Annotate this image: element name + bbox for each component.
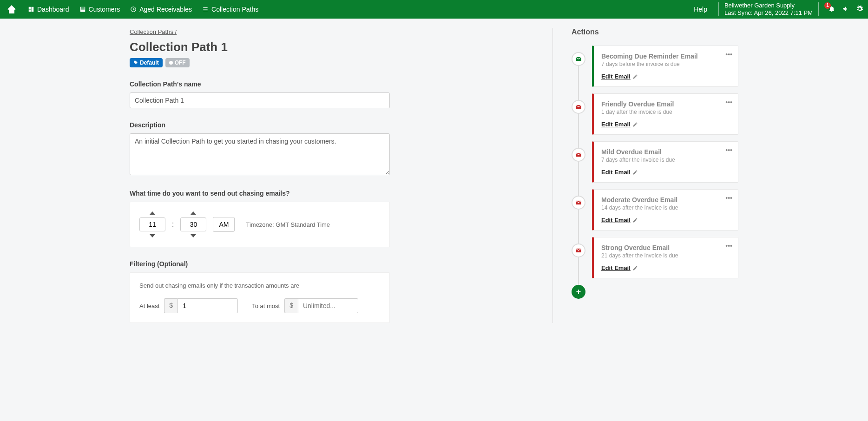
action-card: •••Friendly Overdue Email1 day after the…: [592, 93, 738, 135]
action-subtitle: 7 days before the invoice is due: [601, 61, 730, 67]
action-card: •••Moderate Overdue Email14 days after t…: [592, 189, 738, 230]
settings-button[interactable]: [856, 5, 863, 14]
timezone-text: Timezone: GMT Standard Time: [246, 221, 330, 228]
action-title: Strong Overdue Email: [601, 244, 730, 251]
action-card: •••Mild Overdue Email7 days after the in…: [592, 141, 738, 183]
action-menu-button[interactable]: •••: [725, 99, 732, 106]
action-title: Friendly Overdue Email: [601, 100, 730, 108]
time-colon: :: [172, 220, 174, 229]
status-dot-icon: [169, 61, 173, 65]
divider: [818, 2, 819, 16]
edit-email-link[interactable]: Edit Email: [601, 169, 638, 176]
minute-down-arrow[interactable]: [191, 234, 196, 237]
off-badge-label: OFF: [175, 59, 186, 66]
gear-icon: [856, 5, 863, 13]
currency-symbol: $: [164, 298, 178, 313]
app-logo[interactable]: [5, 2, 19, 16]
at-least-label: At least: [139, 303, 159, 309]
envelope-icon: [572, 52, 585, 66]
minute-up-arrow[interactable]: [191, 211, 196, 215]
nav-collection-paths[interactable]: Collection Paths: [202, 6, 258, 13]
ampm-toggle[interactable]: AM: [213, 217, 235, 232]
action-item: •••Becoming Due Reminder Email7 days bef…: [579, 46, 738, 87]
off-badge[interactable]: OFF: [165, 58, 190, 67]
action-title: Moderate Overdue Email: [601, 196, 730, 204]
action-subtitle: 14 days after the invoice is due: [601, 204, 730, 211]
default-badge-label: Default: [140, 59, 159, 66]
bullhorn-icon: [842, 5, 849, 13]
name-label: Collection Path's name: [130, 80, 534, 88]
action-menu-button[interactable]: •••: [725, 146, 732, 154]
add-action-button[interactable]: +: [572, 285, 585, 299]
action-item: •••Friendly Overdue Email1 day after the…: [579, 93, 738, 135]
filtering-label: Filtering (Optional): [130, 260, 534, 268]
name-input[interactable]: [130, 92, 390, 108]
action-menu-button[interactable]: •••: [725, 51, 732, 58]
action-item: •••Moderate Overdue Email14 days after t…: [579, 189, 738, 230]
divider: [718, 2, 719, 16]
at-most-label: To at most: [252, 303, 280, 309]
envelope-icon: [572, 243, 585, 257]
notification-count-badge: 1: [824, 2, 831, 9]
nav-customers[interactable]: Customers: [79, 6, 120, 13]
nav-aged-label: Aged Receivables: [139, 6, 192, 13]
description-label: Description: [130, 121, 534, 129]
last-sync: Last Sync: Apr 26, 2022 7:11 PM: [724, 9, 813, 17]
action-menu-button[interactable]: •••: [725, 242, 732, 250]
breadcrumb[interactable]: Collection Paths /: [130, 28, 177, 35]
action-subtitle: 21 days after the invoice is due: [601, 252, 730, 259]
envelope-icon: [572, 196, 585, 210]
actions-timeline: •••Becoming Due Reminder Email7 days bef…: [572, 46, 738, 299]
page-title: Collection Path 1: [130, 40, 534, 54]
action-subtitle: 1 day after the invoice is due: [601, 109, 730, 115]
hour-input[interactable]: [139, 217, 165, 231]
time-label: What time do you want to send out chasin…: [130, 190, 534, 197]
edit-email-link[interactable]: Edit Email: [601, 121, 638, 128]
edit-email-link[interactable]: Edit Email: [601, 264, 638, 271]
nav-aged-receivables[interactable]: Aged Receivables: [130, 6, 192, 13]
at-least-input[interactable]: [178, 298, 238, 313]
nav-paths-label: Collection Paths: [211, 6, 258, 13]
action-card: •••Becoming Due Reminder Email7 days bef…: [592, 46, 738, 87]
help-link[interactable]: Help: [694, 6, 707, 13]
action-item: •••Mild Overdue Email7 days after the in…: [579, 141, 738, 183]
company-info: Bellwether Garden Supply Last Sync: Apr …: [724, 2, 813, 16]
top-nav: Dashboard Customers Aged Receivables Col…: [0, 0, 868, 19]
action-title: Mild Overdue Email: [601, 148, 730, 156]
plus-icon: +: [576, 288, 581, 296]
action-menu-button[interactable]: •••: [725, 194, 732, 202]
action-title: Becoming Due Reminder Email: [601, 53, 730, 60]
action-subtitle: 7 days after the invoice is due: [601, 157, 730, 163]
currency-symbol: $: [284, 298, 298, 313]
at-most-input[interactable]: [298, 298, 358, 313]
hour-up-arrow[interactable]: [150, 211, 155, 215]
nav-customers-label: Customers: [89, 6, 120, 13]
notifications-button[interactable]: 1: [828, 5, 835, 14]
edit-email-link[interactable]: Edit Email: [601, 73, 638, 80]
envelope-icon: [572, 148, 585, 162]
edit-email-link[interactable]: Edit Email: [601, 217, 638, 224]
minute-input[interactable]: [180, 217, 206, 231]
description-textarea[interactable]: An initial Collection Path to get you st…: [130, 133, 390, 175]
action-item: •••Strong Overdue Email21 days after the…: [579, 237, 738, 278]
actions-heading: Actions: [572, 28, 738, 36]
envelope-icon: [572, 100, 585, 114]
nav-dashboard[interactable]: Dashboard: [28, 6, 69, 13]
hour-down-arrow[interactable]: [150, 234, 155, 237]
nav-dashboard-label: Dashboard: [37, 6, 69, 13]
company-name: Bellwether Garden Supply: [724, 2, 813, 9]
default-badge: Default: [130, 58, 163, 67]
filtering-hint: Send out chasing emails only if the tran…: [139, 282, 380, 289]
announcements-button[interactable]: [842, 5, 849, 14]
action-card: •••Strong Overdue Email21 days after the…: [592, 237, 738, 278]
